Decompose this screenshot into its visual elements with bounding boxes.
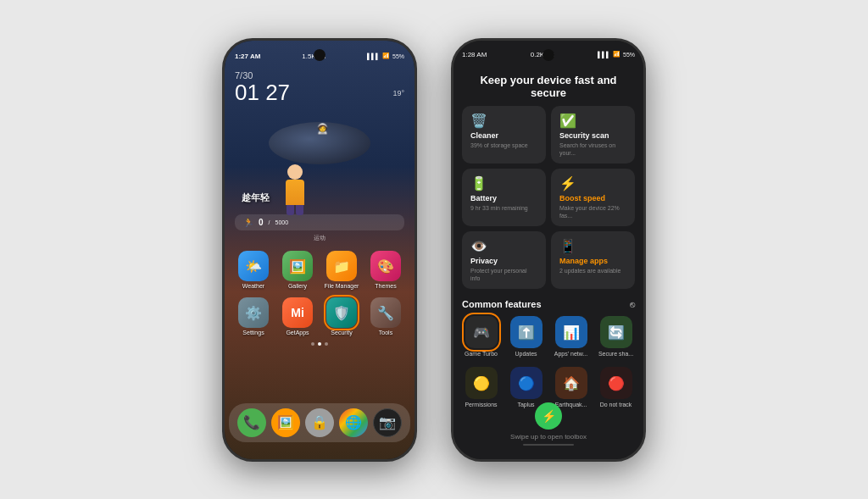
time-display-2: 1:28 AM xyxy=(462,51,487,58)
app-label-settings: Settings xyxy=(242,330,264,335)
wifi-icon-2: 📶 xyxy=(613,51,620,58)
updates-label: Updates xyxy=(515,351,537,357)
cleaner-desc: 39% of storage space xyxy=(470,141,537,149)
privacy-desc: Protect your personal info xyxy=(470,267,537,282)
chinese-slogan: 趁年轻 xyxy=(242,191,270,204)
status-icons: ▌▌▌ 📶 55% xyxy=(367,53,404,59)
common-grid-row1: 🎮 Game Turbo ⬆️ Updates 📊 Apps' netw... … xyxy=(453,313,643,360)
securityscan-icon: ✅ xyxy=(559,113,626,129)
cleaner-title: Cleaner xyxy=(470,131,537,140)
common-features-header: Common features ⎋ xyxy=(453,294,643,313)
page-dot-3 xyxy=(325,342,328,346)
network-speed: 1.5KB/s xyxy=(302,53,326,60)
gameturbo-icon: 🎮 xyxy=(465,316,498,348)
app-item-getapps[interactable]: Mi GetApps xyxy=(277,297,318,335)
astronaut-icon: 🧑‍🚀 xyxy=(316,123,329,135)
page-dot-1 xyxy=(311,342,314,346)
dock-camera-icon[interactable]: 📷 xyxy=(373,408,402,437)
boostspeed-desc: Make your device 22% fas... xyxy=(559,204,626,219)
toolbox-label: Swipe up to open toolbox xyxy=(510,433,587,441)
signal-icon-2: ▌▌▌ xyxy=(598,52,610,58)
manageapps-title: Manage apps xyxy=(559,257,626,265)
app-label-themes: Themes xyxy=(375,283,396,289)
donottrack-icon: 🔴 xyxy=(600,367,632,399)
phone-1: 1:27 AM 1.5KB/s ▌▌▌ 📶 55% 7/30 01 27 19°… xyxy=(222,38,417,462)
app-item-files[interactable]: 📁 File Manager xyxy=(321,251,362,289)
steps-widget: 🏃 0 / 5000 xyxy=(235,214,404,230)
feature-card-manageapps[interactable]: 📱 Manage apps 2 updates are available xyxy=(551,231,635,289)
feature-card-securityscan[interactable]: ✅ Security scan Search for viruses on yo… xyxy=(551,106,635,164)
phone-dock: 📞 🖼️ 🔒 🌐 📷 xyxy=(229,403,410,442)
common-item-gameturbo[interactable]: 🎮 Game Turbo xyxy=(460,313,502,360)
home-indicator xyxy=(523,444,574,446)
dock-phone-icon[interactable]: 📞 xyxy=(237,408,266,437)
app-item-settings[interactable]: ⚙️ Settings xyxy=(233,297,274,335)
char-legs xyxy=(278,205,312,215)
signal-icon: ▌▌▌ xyxy=(367,53,380,59)
updates-icon: ⬆️ xyxy=(510,316,542,348)
clock-temp: 19° xyxy=(235,89,404,97)
securityscan-title: Security scan xyxy=(559,131,626,140)
app-icon-files: 📁 xyxy=(326,251,357,281)
app-icon-weather: 🌤️ xyxy=(238,251,269,281)
app-item-gallery[interactable]: 🖼️ Gallery xyxy=(277,251,318,289)
app-item-weather[interactable]: 🌤️ Weather xyxy=(233,251,274,289)
char-body xyxy=(286,180,304,205)
clock-widget: 7/30 01 27 19° xyxy=(225,64,415,102)
app-item-security[interactable]: 🛡️ Security xyxy=(321,297,362,335)
taplus-icon: 🔵 xyxy=(510,367,542,399)
app-label-files: File Manager xyxy=(325,283,359,289)
app-item-tools[interactable]: 🔧 Tools xyxy=(365,297,406,335)
page-dot-2-active xyxy=(318,342,321,346)
dock-lock-icon[interactable]: 🔒 xyxy=(305,408,334,437)
battery-display-2: 55% xyxy=(623,52,635,58)
dock-gallery-icon[interactable]: 🖼️ xyxy=(271,408,300,437)
feature-cards-grid: 🗑️ Cleaner 39% of storage space ✅ Securi… xyxy=(453,106,643,290)
secureshare-icon: 🔄 xyxy=(600,316,632,348)
planet-widget: 🧑‍🚀 xyxy=(225,101,415,152)
status-icons-2: ▌▌▌ 📶 55% xyxy=(598,51,635,58)
boostspeed-title: Boost speed xyxy=(559,194,626,202)
steps-current: 0 xyxy=(259,218,264,227)
appsnetwork-label: Apps' netw... xyxy=(554,351,587,357)
common-item-appsnetwork[interactable]: 📊 Apps' netw... xyxy=(550,313,592,360)
status-bar-1: 1:27 AM 1.5KB/s ▌▌▌ 📶 55% xyxy=(225,41,415,64)
app-grid-row1: 🌤️ Weather 🖼️ Gallery 📁 File Manager 🎨 T… xyxy=(225,246,415,294)
app-grid-row2: ⚙️ Settings Mi GetApps 🛡️ Security 🔧 Too… xyxy=(225,294,415,339)
app-label-gallery: Gallery xyxy=(288,283,307,289)
common-item-secureshare[interactable]: 🔄 Secure sha... xyxy=(595,313,637,360)
steps-separator: / xyxy=(269,219,270,225)
clock-date: 7/30 xyxy=(235,70,404,80)
time-display: 1:27 AM xyxy=(235,53,260,60)
expand-icon: ⎋ xyxy=(630,300,635,309)
battery-display: 55% xyxy=(392,53,404,59)
char-head xyxy=(287,164,303,180)
feature-card-boostspeed[interactable]: ⚡ Boost speed Make your device 22% fas..… xyxy=(551,169,635,226)
toolbox-area: ⚡ Swipe up to open toolbox xyxy=(453,402,643,446)
app-icon-getapps: Mi xyxy=(282,297,313,328)
cleaner-icon: 🗑️ xyxy=(470,113,537,129)
app-icon-settings: ⚙️ xyxy=(238,297,269,328)
gameturbo-label: Game Turbo xyxy=(465,351,498,357)
char-leg-right xyxy=(296,205,303,215)
boostspeed-icon: ⚡ xyxy=(559,175,626,191)
feature-card-battery[interactable]: 🔋 Battery 9 hr 33 min remaining xyxy=(462,169,546,226)
common-item-updates[interactable]: ⬆️ Updates xyxy=(505,313,547,360)
app-item-themes[interactable]: 🎨 Themes xyxy=(365,251,406,289)
wifi-icon: 📶 xyxy=(382,53,390,59)
app-label-getapps: GetApps xyxy=(286,330,309,335)
securityscan-desc: Search for viruses on your... xyxy=(559,141,626,157)
phone1-background: 1:27 AM 1.5KB/s ▌▌▌ 📶 55% 7/30 01 27 19°… xyxy=(225,41,415,459)
character-figure xyxy=(278,164,312,211)
app-icon-tools: 🔧 xyxy=(370,297,401,328)
feature-card-privacy[interactable]: 👁️ Privacy Protect your personal info xyxy=(462,231,546,289)
app-label-weather: Weather xyxy=(242,283,264,289)
network-speed-2: 0.2KB/s xyxy=(531,51,554,58)
permissions-icon: 🟡 xyxy=(465,367,498,399)
privacy-title: Privacy xyxy=(470,257,537,265)
manageapps-icon: 📱 xyxy=(559,238,626,254)
feature-card-cleaner[interactable]: 🗑️ Cleaner 39% of storage space xyxy=(462,106,546,164)
appsnetwork-icon: 📊 xyxy=(555,316,587,348)
dock-chrome-icon[interactable]: 🌐 xyxy=(339,408,368,437)
toolbox-button[interactable]: ⚡ xyxy=(535,402,562,430)
